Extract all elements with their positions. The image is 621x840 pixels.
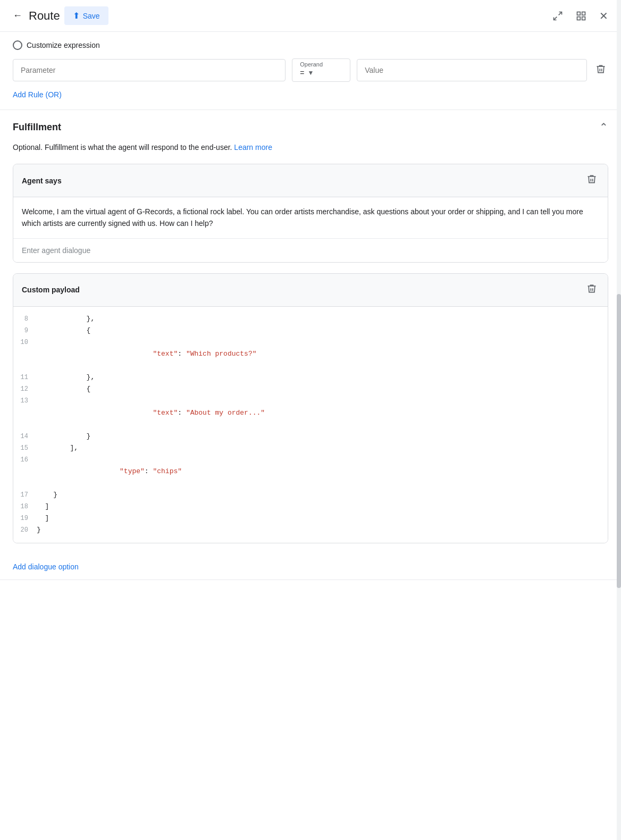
agent-says-header: Agent says [13, 164, 608, 197]
trash-icon-agent [586, 174, 597, 184]
trash-icon-payload [586, 283, 597, 294]
custom-payload-header: Custom payload [13, 274, 608, 307]
fulfillment-title: Fulfillment [13, 122, 61, 133]
fulfillment-description: Optional. Fulfillment is what the agent … [0, 142, 621, 164]
code-line-11: 11 }, [13, 372, 608, 383]
custom-payload-card: Custom payload 8 }, [13, 273, 608, 543]
fulfillment-collapse-button[interactable]: ⌃ [599, 121, 608, 133]
code-line-12: 12 { [13, 383, 608, 395]
save-upload-icon: ⬆ [73, 11, 80, 21]
code-line-10: 10 "text": "Which products?" [13, 337, 608, 372]
chevron-down-icon: ▼ [307, 69, 314, 77]
customize-expression-label: Customize expression [27, 41, 100, 49]
agent-message: Welcome, I am the virtual agent of G-Rec… [13, 197, 608, 239]
close-icon: ✕ [599, 10, 608, 22]
agent-says-title: Agent says [22, 177, 62, 185]
add-dialogue-button[interactable]: Add dialogue option [0, 554, 91, 579]
customize-expression-radio[interactable] [13, 40, 22, 50]
value-input[interactable] [357, 59, 587, 81]
main-content: Customize expression Operand = ▼ [0, 32, 621, 580]
operand-value: = [300, 69, 304, 77]
svg-rect-2 [577, 12, 581, 15]
code-line-16: 16 "type": "chips" [13, 454, 608, 489]
operand-label: Operand [300, 61, 342, 68]
grid-icon [576, 11, 586, 21]
custom-payload-title: Custom payload [22, 285, 80, 294]
agent-dialogue-placeholder: Enter agent dialogue [13, 239, 608, 262]
expand-icon [552, 11, 563, 21]
code-line-8: 8 }, [13, 313, 608, 325]
header-left: ← Route ⬆ Save [11, 6, 546, 25]
fulfillment-section: Fulfillment ⌃ Optional. Fulfillment is w… [0, 110, 621, 580]
save-button[interactable]: ⬆ Save [64, 6, 108, 25]
chevron-up-icon: ⌃ [599, 121, 608, 133]
learn-more-link[interactable]: Learn more [234, 143, 272, 152]
svg-rect-5 [582, 16, 585, 20]
expand-button[interactable] [550, 9, 565, 23]
parameter-input[interactable] [13, 59, 286, 81]
operand-box: Operand = ▼ [292, 58, 350, 82]
svg-line-0 [559, 12, 562, 15]
add-rule-button[interactable]: Add Rule (OR) [13, 90, 62, 99]
delete-payload-button[interactable] [584, 281, 599, 299]
code-line-19: 19 ] [13, 513, 608, 524]
page-title: Route [29, 9, 60, 23]
save-label: Save [83, 12, 100, 20]
fulfillment-header: Fulfillment ⌃ [0, 110, 621, 142]
code-line-13: 13 "text": "About my order..." [13, 395, 608, 430]
code-line-9: 9 { [13, 325, 608, 337]
trash-icon [595, 64, 606, 74]
close-button[interactable]: ✕ [597, 7, 610, 24]
code-line-18: 18 ] [13, 501, 608, 513]
delete-rule-button[interactable] [593, 62, 608, 79]
customize-expression-section: Customize expression Operand = ▼ [0, 32, 621, 110]
radio-row: Customize expression [13, 40, 608, 50]
header: ← Route ⬆ Save ✕ [0, 0, 621, 32]
code-line-17: 17 } [13, 489, 608, 501]
code-line-14: 14 } [13, 431, 608, 442]
svg-rect-4 [577, 16, 581, 20]
code-line-20: 20 } [13, 524, 608, 536]
header-icons: ✕ [550, 7, 610, 24]
agent-says-card: Agent says Welcome, I am the virtual age… [13, 164, 608, 263]
grid-button[interactable] [574, 9, 589, 23]
operand-select[interactable]: = ▼ [300, 69, 342, 77]
svg-line-1 [554, 16, 557, 20]
code-line-15: 15 ], [13, 442, 608, 454]
back-button[interactable]: ← [11, 8, 24, 23]
svg-rect-3 [582, 12, 585, 15]
code-editor[interactable]: 8 }, 9 { 10 "text": "Which products?" [13, 307, 608, 543]
delete-agent-says-button[interactable] [584, 172, 599, 189]
parameter-row: Operand = ▼ [13, 58, 608, 82]
back-icon: ← [13, 10, 22, 21]
